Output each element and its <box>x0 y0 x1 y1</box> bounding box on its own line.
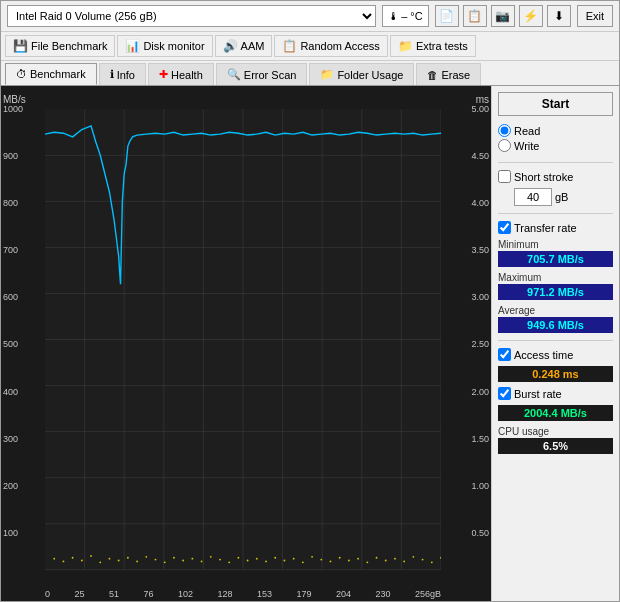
drive-dropdown[interactable]: Intel Raid 0 Volume (256 gB) <box>7 5 376 27</box>
maximum-label: Maximum <box>498 272 613 283</box>
access-time-checkbox-item: Access time <box>498 348 613 361</box>
svg-point-27 <box>109 558 111 560</box>
svg-point-57 <box>385 560 387 562</box>
icon-btn-1[interactable]: 📄 <box>435 5 459 27</box>
erase-icon: 🗑 <box>427 69 438 81</box>
write-radio-label[interactable]: Write <box>498 139 613 152</box>
health-icon: ✚ <box>159 68 168 81</box>
svg-point-50 <box>320 559 322 561</box>
icon-btn-3[interactable]: 📷 <box>491 5 515 27</box>
svg-point-55 <box>366 561 368 563</box>
svg-point-56 <box>376 557 378 559</box>
divider-3 <box>498 340 613 341</box>
average-stat: Average 949.6 MB/s <box>498 305 613 333</box>
svg-point-46 <box>284 560 286 562</box>
file-benchmark-icon: 💾 <box>13 39 28 53</box>
burst-rate-stat: 2004.4 MB/s <box>498 405 613 421</box>
random-access-icon: 📋 <box>282 39 297 53</box>
svg-point-30 <box>136 561 138 563</box>
access-time-value: 0.248 ms <box>498 366 613 382</box>
burst-rate-value: 2004.4 MB/s <box>498 405 613 421</box>
access-time-stat: 0.248 ms <box>498 366 613 382</box>
short-stroke-checkbox[interactable] <box>498 170 511 183</box>
svg-point-62 <box>431 561 433 563</box>
svg-point-61 <box>422 559 424 561</box>
read-radio-label[interactable]: Read <box>498 124 613 137</box>
stroke-input[interactable] <box>514 188 552 206</box>
svg-point-25 <box>90 555 92 557</box>
svg-point-29 <box>127 557 129 559</box>
svg-point-32 <box>155 559 157 561</box>
tab-error-scan[interactable]: 🔍 Error Scan <box>216 63 308 85</box>
svg-point-37 <box>201 561 203 563</box>
icon-btn-5[interactable]: ⬇ <box>547 5 571 27</box>
svg-point-48 <box>302 561 304 563</box>
file-benchmark-button[interactable]: 💾 File Benchmark <box>5 35 115 57</box>
divider-1 <box>498 162 613 163</box>
burst-rate-checkbox[interactable] <box>498 387 511 400</box>
cpu-value: 6.5% <box>498 438 613 454</box>
svg-point-35 <box>182 560 184 562</box>
svg-point-59 <box>403 561 405 563</box>
svg-point-43 <box>256 558 258 560</box>
minimum-value: 705.7 MB/s <box>498 251 613 267</box>
svg-point-45 <box>274 557 276 559</box>
tab-health[interactable]: ✚ Health <box>148 63 214 85</box>
random-access-button[interactable]: 📋 Random Access <box>274 35 387 57</box>
tab-info[interactable]: ℹ Info <box>99 63 146 85</box>
svg-point-22 <box>62 561 64 563</box>
minimum-label: Minimum <box>498 239 613 250</box>
read-write-group: Read Write <box>498 124 613 152</box>
svg-point-34 <box>173 557 175 559</box>
divider-2 <box>498 213 613 214</box>
benchmark-icon: ⏱ <box>16 68 27 80</box>
average-value: 949.6 MB/s <box>498 317 613 333</box>
transfer-rate-checkbox-item: Transfer rate <box>498 221 613 234</box>
svg-point-39 <box>219 559 221 561</box>
exit-button[interactable]: Exit <box>577 5 613 27</box>
aam-icon: 🔊 <box>223 39 238 53</box>
tab-bar: ⏱ Benchmark ℹ Info ✚ Health 🔍 Error Scan… <box>1 61 619 86</box>
y-axis-left-ticks: 1000 900 800 700 600 500 400 300 200 100 <box>3 104 23 575</box>
cpu-stat: CPU usage 6.5% <box>498 426 613 454</box>
tab-erase[interactable]: 🗑 Erase <box>416 63 481 85</box>
svg-point-36 <box>191 558 193 560</box>
temp-display: 🌡 – °C <box>382 5 429 27</box>
svg-point-60 <box>412 556 414 558</box>
title-icons: 📄 📋 📷 ⚡ ⬇ <box>435 5 571 27</box>
y-axis-right-ticks: 5.00 4.50 4.00 3.50 3.00 2.50 2.00 1.50 … <box>471 104 489 575</box>
svg-point-26 <box>99 561 101 563</box>
svg-point-31 <box>145 556 147 558</box>
x-axis-ticks: 0 25 51 76 102 128 153 179 204 230 256gB <box>45 589 441 599</box>
svg-point-38 <box>210 556 212 558</box>
content-area: MB/s ms <box>1 86 619 601</box>
disk-monitor-icon: 📊 <box>125 39 140 53</box>
svg-point-47 <box>293 558 295 560</box>
svg-point-52 <box>339 557 341 559</box>
access-time-checkbox[interactable] <box>498 348 511 361</box>
start-button[interactable]: Start <box>498 92 613 116</box>
burst-rate-checkbox-item: Burst rate <box>498 387 613 400</box>
tab-folder-usage[interactable]: 📁 Folder Usage <box>309 63 414 85</box>
icon-btn-4[interactable]: ⚡ <box>519 5 543 27</box>
temp-value: – °C <box>401 10 423 22</box>
maximum-value: 971.2 MB/s <box>498 284 613 300</box>
aam-button[interactable]: 🔊 AAM <box>215 35 273 57</box>
svg-point-41 <box>237 557 239 559</box>
main-window: Intel Raid 0 Volume (256 gB) 🌡 – °C 📄 📋 … <box>0 0 620 602</box>
svg-point-53 <box>348 560 350 562</box>
disk-monitor-button[interactable]: 📊 Disk monitor <box>117 35 212 57</box>
svg-point-28 <box>118 560 120 562</box>
svg-point-58 <box>394 558 396 560</box>
svg-point-23 <box>72 557 74 559</box>
minimum-stat: Minimum 705.7 MB/s <box>498 239 613 267</box>
icon-btn-2[interactable]: 📋 <box>463 5 487 27</box>
tab-benchmark[interactable]: ⏱ Benchmark <box>5 63 97 85</box>
svg-point-24 <box>81 560 83 562</box>
write-radio[interactable] <box>498 139 511 152</box>
extra-tests-button[interactable]: 📁 Extra tests <box>390 35 476 57</box>
stroke-unit: gB <box>555 191 568 203</box>
title-bar: Intel Raid 0 Volume (256 gB) 🌡 – °C 📄 📋 … <box>1 1 619 32</box>
transfer-rate-checkbox[interactable] <box>498 221 511 234</box>
read-radio[interactable] <box>498 124 511 137</box>
